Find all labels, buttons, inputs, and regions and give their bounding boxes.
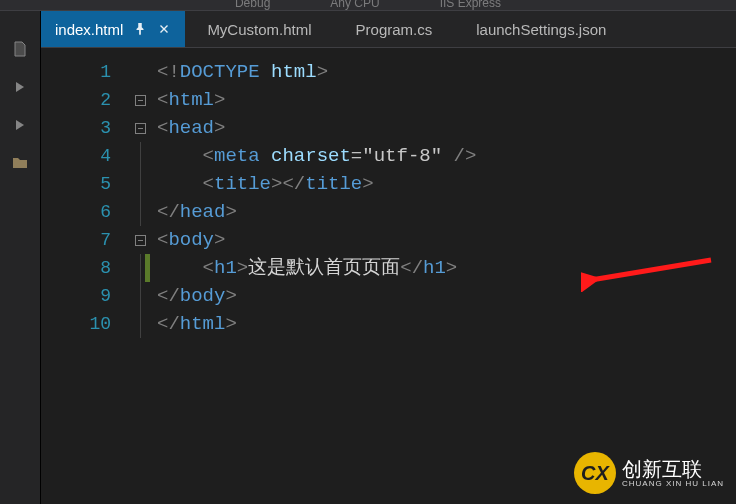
tab-label: index.html [55,21,123,38]
svg-line-0 [591,260,711,280]
build-config[interactable]: Debug [235,0,270,10]
fold-line [140,310,141,338]
editor-main: index.html MyCustom.html Program.cs laun… [41,11,736,504]
tab-label: Program.cs [356,21,433,38]
line-numbers: 1 2 3 4 5 6 7 8 9 10 [41,48,129,504]
fold-line [140,254,141,282]
line-number: 1 [41,58,111,86]
tab-label: launchSettings.json [476,21,606,38]
watermark: CX 创新互联 CHUANG XIN HU LIAN [574,452,724,494]
fold-toggle[interactable] [135,123,146,134]
toolbar-strip: Debug Any CPU IIS Express [0,0,736,11]
platform-config[interactable]: Any CPU [330,0,379,10]
line-number: 2 [41,86,111,114]
line-number: 10 [41,310,111,338]
fold-line [140,282,141,310]
line-number: 5 [41,170,111,198]
line-number: 8 [41,254,111,282]
folder-icon[interactable] [12,155,28,171]
text-editor[interactable]: 1 2 3 4 5 6 7 8 9 10 [41,48,736,504]
pin-icon[interactable] [133,22,147,36]
fold-toggle[interactable] [135,95,146,106]
line-number: 3 [41,114,111,142]
tab-mycustom-html[interactable]: MyCustom.html [185,11,333,47]
vs-ide-window: Debug Any CPU IIS Express index.html [0,0,736,504]
file-icon[interactable] [12,41,28,57]
run-target[interactable]: IIS Express [440,0,501,10]
watermark-badge: CX [574,452,616,494]
tab-program-cs[interactable]: Program.cs [334,11,455,47]
line-number: 7 [41,226,111,254]
tab-label: MyCustom.html [207,21,311,38]
fold-line [140,170,141,198]
line-number: 9 [41,282,111,310]
fold-line [140,198,141,226]
line-number: 6 [41,198,111,226]
fold-toggle[interactable] [135,235,146,246]
triangle-icon-2[interactable] [12,117,28,133]
tab-launchsettings-json[interactable]: launchSettings.json [454,11,628,47]
tab-bar: index.html MyCustom.html Program.cs laun… [41,11,736,48]
tool-sidebar [0,11,41,504]
red-arrow-annotation [581,252,721,292]
triangle-icon[interactable] [12,79,28,95]
change-marker [145,254,150,282]
fold-line [140,142,141,170]
editor-body: index.html MyCustom.html Program.cs laun… [0,11,736,504]
code-area[interactable]: <!DOCTYPE html> <html> <head> <meta char… [151,48,736,504]
watermark-subtext: CHUANG XIN HU LIAN [622,480,724,489]
line-number: 4 [41,142,111,170]
tab-index-html[interactable]: index.html [41,11,185,47]
watermark-text: 创新互联 [622,458,724,480]
close-icon[interactable] [157,22,171,36]
